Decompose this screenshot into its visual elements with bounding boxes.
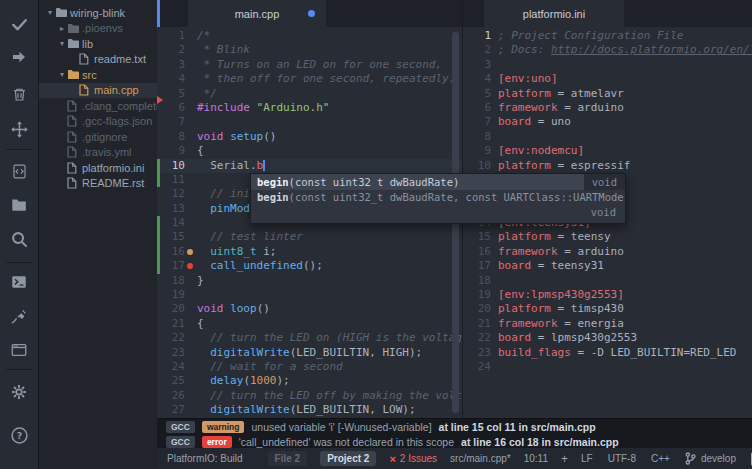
line-number: 8 [463, 130, 491, 144]
tab-platformio-ini[interactable]: platformio.ini [484, 0, 624, 27]
code-editor-main[interactable]: 1/*2 * Blink3 * Turns on an LED on for o… [157, 29, 462, 469]
code-line[interactable]: 8void setup() [157, 130, 462, 144]
code-line[interactable]: 8 [463, 130, 752, 144]
autocomplete-item-selected[interactable]: begin(const uint32_t dwBaudRate) void [251, 174, 625, 190]
tree-item-wiring-blink[interactable]: ▾wiring-blink [39, 5, 157, 21]
diagnostic-message: 'call_undefined' was not declared in thi… [239, 436, 454, 448]
code-line[interactable]: 1/* [157, 29, 462, 43]
code-text: ; Project Configuration File [463, 29, 752, 43]
line-ending-indicator[interactable]: LF [581, 453, 593, 464]
tree-item-lib[interactable]: ▾lib [39, 36, 157, 52]
tree-item-.gcc-flags.json[interactable]: .gcc-flags.json [39, 114, 157, 130]
tree-item-main.cpp[interactable]: main.cpp [39, 83, 157, 99]
project-issues-badge[interactable]: Project 2 [320, 451, 376, 466]
code-line[interactable]: 26 // turn the LED off by making the vol… [157, 389, 462, 403]
current-file-path[interactable]: src/main.cpp* [450, 453, 511, 464]
code-line[interactable]: 1; Project Configuration File [463, 29, 752, 43]
diagnostic-row[interactable]: GCC warning unused variable 'i' [-Wunuse… [157, 419, 752, 434]
gear-icon [10, 383, 28, 401]
code-line[interactable]: 5 */ [157, 87, 462, 101]
language-indicator[interactable]: C++ [651, 453, 670, 464]
open-folder-button[interactable] [0, 193, 38, 217]
git-branch-indicator[interactable]: develop [685, 452, 736, 465]
settings-button[interactable] [0, 380, 38, 404]
code-line[interactable]: 15platform = teensy [463, 230, 752, 244]
terminal-button[interactable] [0, 270, 38, 294]
tab-main-cpp[interactable]: main.cpp [188, 0, 326, 27]
tree-item-.travis.yml[interactable]: .travis.yml [39, 145, 157, 161]
tree-item-.clang_complete[interactable]: .clang_complete [39, 98, 157, 114]
code-line[interactable]: 20platform = timsp430 [463, 302, 752, 316]
code-line[interactable]: 10platform = espressif [463, 159, 752, 173]
code-line[interactable]: 10 Serial.b [157, 159, 462, 173]
tree-item-src[interactable]: ▾src [39, 67, 157, 83]
code-line[interactable]: 23build_flags = -D LED_BUILTIN=RED_LED [463, 346, 752, 360]
code-editor-right[interactable]: 1; Project Configuration File2; Docs: ht… [463, 29, 752, 469]
code-line[interactable]: 24 [463, 360, 752, 374]
code-line[interactable]: 2 * Blink [157, 43, 462, 57]
cursor-position[interactable]: 10:11 [524, 453, 548, 464]
code-line[interactable]: 2; Docs: http://docs.platformio.org/en/l… [463, 43, 752, 57]
init-project-button[interactable] [0, 159, 38, 183]
clean-button[interactable] [0, 82, 38, 106]
code-line[interactable]: 22board = lpmsp430g2553 [463, 331, 752, 345]
code-line[interactable]: 7board = uno [463, 115, 752, 129]
code-line[interactable]: 18 [463, 274, 752, 288]
code-line[interactable]: 9[env:nodemcu] [463, 144, 752, 158]
diagnostic-row[interactable]: GCC error 'call_undefined' was not decla… [157, 434, 752, 449]
find-button[interactable] [0, 227, 38, 251]
tree-item-.gitignore[interactable]: .gitignore [39, 129, 157, 145]
code-line[interactable]: 3 * Turns on an LED on for one second, [157, 58, 462, 72]
code-line[interactable]: 19[env:lpmsp430g2553] [463, 288, 752, 302]
code-line[interactable]: 16framework = arduino [463, 245, 752, 259]
serial-monitor-button[interactable] [0, 338, 38, 362]
code-line[interactable]: 21framework = energia [463, 317, 752, 331]
plus-button[interactable]: + [561, 452, 568, 466]
tree-item-platformio.ini[interactable]: platformio.ini [39, 160, 157, 176]
issues-indicator[interactable]: × 2 Issues [389, 453, 437, 465]
clean-trash-icon [11, 86, 28, 103]
tree-item-label: platformio.ini [82, 162, 144, 174]
code-line[interactable]: 22 // turn the LED on (HIGH is the volta… [157, 331, 462, 345]
code-line[interactable]: 6framework = arduino [463, 101, 752, 115]
code-line[interactable]: 23 digitalWrite(LED_BUILTIN, HIGH); [157, 346, 462, 360]
code-line[interactable]: 19 [157, 288, 462, 302]
code-line[interactable]: 24 // wait for a second [157, 360, 462, 374]
code-line[interactable]: 25 delay(1000); [157, 374, 462, 388]
diagnostic-message: unused variable 'i' [-Wunused-variable] [251, 421, 431, 433]
code-line[interactable]: 15 // test linter [157, 230, 462, 244]
tree-item-label: .travis.yml [82, 146, 132, 158]
code-line[interactable]: 5platform = atmelavr [463, 87, 752, 101]
code-line[interactable]: 4[env:uno] [463, 72, 752, 86]
autocomplete-item[interactable]: begin(const uint32_t dwBaudRate, const U… [251, 190, 625, 223]
tree-item-readme.txt[interactable]: readme.txt [39, 52, 157, 68]
code-line[interactable]: 3 [463, 58, 752, 72]
help-button[interactable]: ? [0, 423, 38, 447]
code-line[interactable]: 21{ [157, 317, 462, 331]
tree-item-.pioenvs[interactable]: ▸.pioenvs [39, 21, 157, 37]
code-line[interactable]: 7 [157, 115, 462, 129]
code-line[interactable]: 18} [157, 274, 462, 288]
code-text: // wait for a second [157, 360, 462, 374]
code-line[interactable]: 6#include "Arduino.h" [157, 101, 462, 115]
file-issues-badge[interactable]: File 2 [268, 451, 308, 466]
autocomplete-popup: begin(const uint32_t dwBaudRate) void be… [250, 173, 626, 224]
code-line[interactable]: 27 digitalWrite(LED_BUILTIN, LOW); [157, 403, 462, 417]
code-line[interactable]: 9{ [157, 144, 462, 158]
serial-port-button[interactable] [0, 304, 38, 328]
code-text: // test linter [157, 230, 462, 244]
code-line[interactable]: 17board = teensy31 [463, 259, 752, 273]
encoding-indicator[interactable]: UTF-8 [608, 453, 636, 464]
tree-item-label: .clang_complete [82, 100, 157, 112]
tree-item-README.rst[interactable]: README.rst [39, 176, 157, 192]
code-line[interactable]: 17 call_undefined(); [157, 259, 462, 273]
editor-pane-main: main.cpp 1/*2 * Blink3 * Turns on an LED… [157, 0, 462, 469]
suggestion-signature: begin(const uint32_t dwBaudRate, const U… [251, 190, 625, 205]
code-line[interactable]: 4 * then off for one second, repeatedly. [157, 72, 462, 86]
code-text: platform = atmelavr [463, 87, 752, 101]
code-line[interactable]: 16 uint8_t i; [157, 245, 462, 259]
run-targets-button[interactable] [0, 117, 38, 141]
build-button[interactable] [0, 12, 38, 36]
upload-button[interactable] [0, 45, 38, 69]
code-line[interactable]: 20void loop() [157, 302, 462, 316]
